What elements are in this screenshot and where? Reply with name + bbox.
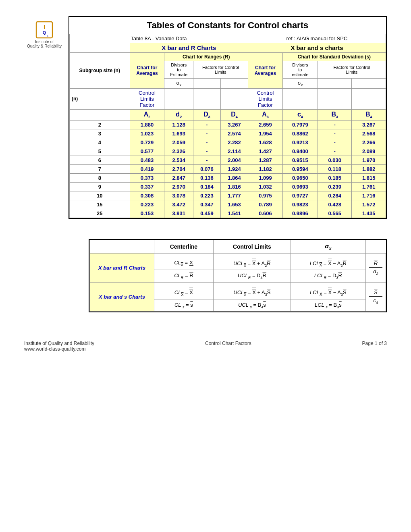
cell-B3: 0.239 xyxy=(318,182,352,191)
A3-label-row: ControlLimitsFactor xyxy=(248,88,282,109)
cell-d2: 1.128 xyxy=(164,120,193,129)
cell-A3: 1.954 xyxy=(248,129,282,138)
cell-B3: 0.284 xyxy=(318,191,352,200)
sigma-x-formula-header: σX xyxy=(291,240,365,253)
cell-c4: 0.9693 xyxy=(282,182,318,191)
cell-A3: 1.287 xyxy=(248,156,282,164)
cell-n: 5 xyxy=(70,147,130,156)
cell-n: 2 xyxy=(70,120,130,129)
svg-text:I: I xyxy=(44,24,45,30)
cell-D4: 1.653 xyxy=(221,200,248,209)
logo-text-quality: Quality & Reliability xyxy=(27,44,62,48)
xbar-s-cl1: CLX = X xyxy=(154,282,214,299)
cell-B4: 1.882 xyxy=(352,164,386,173)
cell-D3: 0.136 xyxy=(193,173,221,182)
cell-c4: 0.7979 xyxy=(282,120,318,129)
top-section: I Q L Institute of Quality & Reliability… xyxy=(24,16,387,219)
cell-n: 9 xyxy=(70,182,130,191)
cell-D3: 0.184 xyxy=(193,182,221,191)
xbar-r-ucl1: UCLX = X + A2R xyxy=(213,253,291,270)
cell-c4: 0.9823 xyxy=(282,200,318,209)
table-row: 250.1533.9310.4591.5410.6060.98960.5651.… xyxy=(70,209,386,218)
cell-B4: 3.267 xyxy=(352,120,386,129)
formula-empty-header xyxy=(90,240,154,253)
cell-A2: 0.419 xyxy=(130,164,164,173)
cell-A3: 1.182 xyxy=(248,164,282,173)
sigma-x2-header: σx xyxy=(282,79,318,89)
cell-c4: 0.9515 xyxy=(282,156,318,164)
cell-n: 6 xyxy=(70,156,130,164)
cell-d2: 2.847 xyxy=(164,173,193,182)
logo-area: I Q L Institute of Quality & Reliability xyxy=(24,16,64,48)
xbar-s-ucl2: UCL s = B4s xyxy=(213,299,291,312)
subtitle-left: Table 8A - Variable Data xyxy=(70,34,248,43)
cell-A2: 0.483 xyxy=(130,156,164,164)
title-row: Tables of Constants for Control charts xyxy=(70,17,386,34)
sigma-r-formula: R d2 xyxy=(365,253,386,282)
cell-D4: 2.114 xyxy=(221,147,248,156)
formula-header-row: Centerline Control Limits σX xyxy=(90,240,386,253)
xbar-r-cl1: CLX = X xyxy=(154,253,214,270)
cell-B4: 1.572 xyxy=(352,200,386,209)
cell-d2: 3.078 xyxy=(164,191,193,200)
factors-control-limits2-header: Factors for ControlLimits xyxy=(318,61,386,79)
main-table-wrapper: Tables of Constants for Control charts T… xyxy=(68,16,387,219)
xbar-r-lcl1: LCLX = X − A2R xyxy=(291,253,365,270)
D4-symbol: D4 xyxy=(221,109,248,120)
cell-n: 4 xyxy=(70,138,130,147)
cell-d2: 2.534 xyxy=(164,156,193,164)
cell-A2: 0.373 xyxy=(130,173,164,182)
cell-B4: 1.970 xyxy=(352,156,386,164)
cell-D4: 3.267 xyxy=(221,120,248,129)
footer-right: Page 1 of 3 xyxy=(362,341,387,352)
symbol-row: A2 d2 D3 D4 A3 c4 B3 B4 xyxy=(70,109,386,120)
table-row: 31.0231.693-2.5741.9540.8862-2.568 xyxy=(70,129,386,138)
main-table: Tables of Constants for Control charts T… xyxy=(69,17,386,218)
cell-A2: 0.729 xyxy=(130,138,164,147)
cell-A2: 1.023 xyxy=(130,129,164,138)
empty-b3 xyxy=(318,88,352,109)
footer-left: Institute of Quality and Reliability www… xyxy=(24,341,94,352)
cell-A3: 1.032 xyxy=(248,182,282,191)
cell-n: 10 xyxy=(70,191,130,200)
cell-d2: 3.472 xyxy=(164,200,193,209)
cell-D3: 0.223 xyxy=(193,191,221,200)
section-header-row: X bar and R Charts X bar and s charts xyxy=(70,43,386,53)
cell-D4: 1.541 xyxy=(221,209,248,218)
empty-col xyxy=(193,79,221,89)
cell-A3: 1.628 xyxy=(248,138,282,147)
cell-D4: 2.282 xyxy=(221,138,248,147)
data-body: 21.8801.128-3.2672.6590.7979-3.26731.023… xyxy=(70,120,386,218)
cell-D3: 0.347 xyxy=(193,200,221,209)
cell-c4: 0.9213 xyxy=(282,138,318,147)
cell-B4: 1.435 xyxy=(352,209,386,218)
table-title: Tables of Constants for Control charts xyxy=(70,17,386,34)
A2-symbol: A2 xyxy=(130,109,164,120)
table-row: 150.2233.4720.3471.6530.7890.98230.4281.… xyxy=(70,200,386,209)
cell-B3: - xyxy=(318,138,352,147)
subgroup-size-label: Subgroup size (n) xyxy=(70,53,130,89)
cell-A3: 0.975 xyxy=(248,191,282,200)
A2-label-row: ControlLimitsFactor xyxy=(130,88,164,109)
cell-c4: 0.9896 xyxy=(282,209,318,218)
cell-D4: 2.004 xyxy=(221,156,248,164)
page-footer: Institute of Quality and Reliability www… xyxy=(24,324,387,352)
control-limits-label-row: (n) ControlLimitsFactor ControlLimitsFac… xyxy=(70,88,386,109)
chart-for-std-dev-header: Chart for Standard Deviation (s) xyxy=(282,53,386,61)
xbar-r-lcl2: LCLR = D3R xyxy=(291,270,365,283)
table-row: 21.8801.128-3.2672.6590.7979-3.267 xyxy=(70,120,386,129)
table-row: 100.3083.0780.2231.7770.9750.97270.2841.… xyxy=(70,191,386,200)
table-row: 80.3732.8470.1361.8641.0990.96500.1851.8… xyxy=(70,173,386,182)
cell-c4: 0.9400 xyxy=(282,147,318,156)
control-limits-header: Control Limits xyxy=(213,240,291,253)
empty-divisors xyxy=(164,88,193,109)
cell-n: 8 xyxy=(70,173,130,182)
chart-for-averages-header: Chart forAverages xyxy=(130,53,164,89)
empty-b4 xyxy=(352,88,386,109)
sigma-x-header: σx xyxy=(164,79,193,89)
table-row: 40.7292.059-2.2821.6280.9213-2.266 xyxy=(70,138,386,147)
cell-A2: 0.223 xyxy=(130,200,164,209)
xbar-s-ucl1: UCLX = X + A3S xyxy=(213,282,291,299)
xbar-r-formula-row1: X bar and R Charts CLX = X UCLX = X + A2… xyxy=(90,253,386,270)
divisors-to-estimate2-header: Divisorstoestimate xyxy=(282,61,318,79)
